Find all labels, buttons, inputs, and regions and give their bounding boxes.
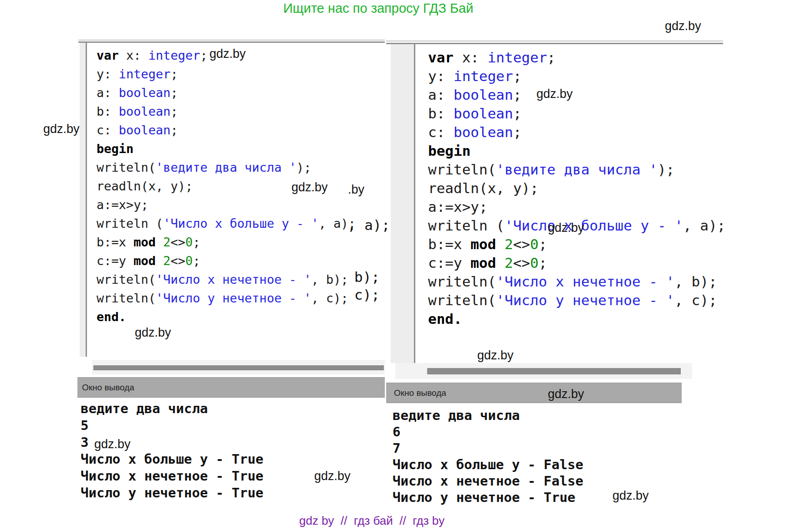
code-token: writeln( — [428, 273, 496, 290]
code-line: var x: integer; — [428, 48, 725, 67]
output-line: 7 — [393, 440, 583, 456]
watermark: gdz.by — [43, 122, 80, 136]
code-token: integer — [454, 68, 513, 84]
watermark: gdz.by — [536, 87, 573, 101]
code-token: <> — [513, 255, 530, 271]
output-window-title: Окно вывода — [82, 383, 134, 393]
code-line: writeln('ведите два числа '); — [428, 160, 725, 179]
code-token: writeln( — [97, 291, 156, 305]
output-line: 6 — [393, 424, 583, 440]
output-window-title: Окно вывода — [394, 388, 446, 398]
code-token: 'ведите два числа ' — [496, 161, 658, 178]
code-token: 2 — [505, 236, 513, 252]
code-token: 'Число x больше y - ' — [163, 216, 318, 230]
code-token: c: — [97, 123, 119, 137]
code-line: c: boolean; — [97, 121, 356, 139]
editor-gutter — [80, 43, 87, 357]
code-token: a:=x>y; — [428, 199, 488, 215]
code-token: , c); — [674, 292, 717, 308]
watermark: gdz.by — [314, 469, 351, 483]
code-token: <> — [171, 254, 186, 268]
code-token: b: — [428, 105, 454, 122]
code-token: a: — [97, 86, 119, 100]
output-window-text: ведите два числа67Число x больше y - Fal… — [393, 407, 583, 506]
code-token: ; — [547, 49, 556, 66]
code-token: end. — [428, 311, 462, 327]
code-token: writeln ( — [97, 216, 163, 230]
output-line: Число x нечетное - False — [393, 473, 583, 489]
code-line: writeln ('Число x больше y - ', a); — [97, 214, 356, 233]
code-token: end. — [97, 310, 126, 324]
code-token: , a); — [683, 217, 725, 234]
code-token: boolean — [454, 87, 513, 103]
output-line: Число x больше y - True — [81, 451, 264, 468]
code-token: x: — [119, 48, 148, 62]
code-token: boolean — [119, 123, 171, 137]
code-token: mod — [133, 254, 156, 268]
code-token: <> — [513, 236, 530, 252]
code-token: var — [97, 48, 119, 62]
code-token: boolean — [454, 105, 513, 122]
code-line: writeln('Число x нечетное - ', b); — [97, 270, 356, 289]
code-line: y: integer; — [97, 65, 356, 83]
code-editor[interactable]: var x: integer;y: integer;a: boolean;b: … — [428, 48, 725, 328]
code-token: ; — [513, 68, 522, 84]
watermark: gdz.by — [612, 489, 649, 503]
code-token: writeln( — [97, 160, 156, 174]
code-line: c:=y mod 2<>0; — [97, 251, 356, 270]
code-line: writeln('Число x нечетное - ', b); — [428, 272, 725, 291]
code-token: 2 — [163, 254, 170, 268]
code-line: b: boolean; — [428, 104, 725, 123]
page-title: Ищите нас по запросу ГДЗ Бай — [283, 1, 473, 16]
code-line: b:=x mod 2<>0; — [97, 233, 356, 251]
output-window-header[interactable]: Окно вывода — [77, 377, 386, 398]
watermark: gdz.by — [94, 437, 131, 451]
code-line: b: boolean; — [97, 102, 356, 121]
output-line: Число y нечетное - True — [393, 489, 583, 506]
code-token: , b); — [311, 272, 348, 286]
code-token: 'ведите два числа ' — [156, 160, 296, 174]
code-token: ; — [200, 48, 208, 62]
code-token: ; — [513, 105, 522, 122]
code-token: 'Число y нечетное - ' — [156, 291, 311, 305]
code-line: c:=y mod 2<>0; — [428, 254, 725, 272]
horizontal-scrollbar-thumb[interactable] — [427, 368, 681, 374]
collage-fragment: .by — [348, 183, 364, 197]
horizontal-scrollbar-thumb[interactable] — [93, 365, 384, 370]
code-token: <> — [171, 235, 186, 249]
code-token: a: — [428, 87, 454, 103]
code-token: ); — [296, 160, 311, 174]
code-token: writeln( — [97, 272, 156, 286]
output-line: 5 — [81, 417, 264, 434]
code-token: readln(x, y); — [97, 179, 193, 193]
code-token: 0 — [185, 235, 193, 249]
code-token: mod — [470, 255, 496, 271]
code-token: 'Число x нечетное - ' — [156, 272, 311, 286]
code-token: b:=x — [97, 235, 133, 249]
code-token: writeln( — [428, 292, 496, 308]
ide-window-right: var x: integer;y: integer;a: boolean;b: … — [385, 39, 756, 522]
code-line: a: boolean; — [428, 86, 725, 104]
code-token: boolean — [454, 124, 513, 140]
code-token: writeln ( — [428, 217, 505, 234]
output-line: Число x нечетное - True — [81, 468, 264, 485]
output-line: ведите два числа — [81, 400, 264, 417]
code-token: ; — [513, 87, 522, 103]
code-line: writeln('Число y нечетное - ', c); — [428, 291, 725, 310]
output-window-header[interactable]: Окно вывода — [386, 383, 682, 403]
code-token: ; — [171, 67, 178, 81]
code-token — [156, 235, 163, 249]
code-token: 2 — [505, 255, 513, 271]
code-line: a:=x>y; — [428, 198, 725, 216]
code-token: ); — [658, 161, 674, 178]
code-token: c:=y — [97, 254, 133, 268]
code-token: mod — [133, 235, 156, 249]
code-token: integer — [148, 48, 200, 62]
code-token: 'Число x нечетное - ' — [496, 273, 674, 290]
code-token: c: — [428, 124, 454, 140]
code-token: readln(x, y); — [428, 180, 539, 196]
watermark: gdz.by — [477, 348, 514, 363]
code-token: y: — [428, 68, 454, 84]
code-token — [156, 254, 163, 268]
code-token: ; — [171, 104, 178, 118]
